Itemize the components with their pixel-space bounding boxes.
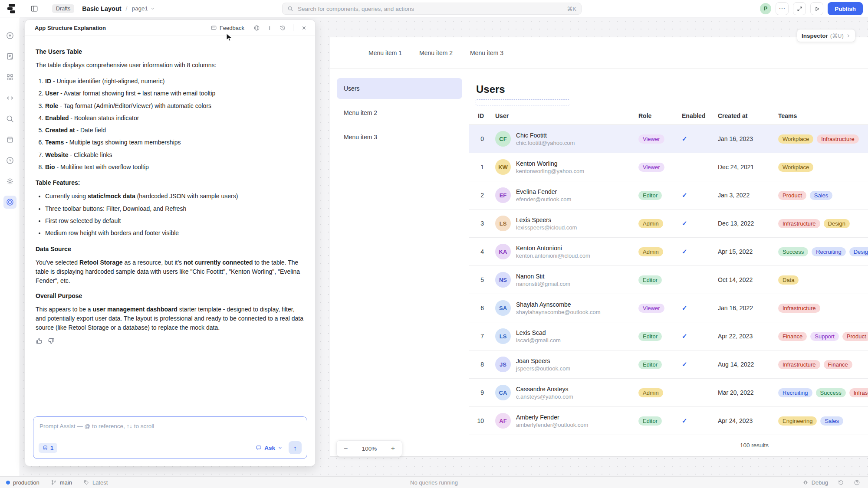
user-name: Lexis Speers — [516, 216, 577, 223]
branch-icon — [51, 479, 57, 485]
user-identity: Nanon Stitnanonstit@gmail.com — [516, 273, 570, 287]
column-header[interactable]: Role — [632, 112, 676, 119]
table-row[interactable]: 10AFAmberly Fenderamberlyfender@outlook.… — [469, 407, 868, 435]
left-icon-rail — [0, 18, 20, 476]
user-name: Kenton Antonioni — [516, 245, 590, 252]
role-tag: Editor — [638, 275, 662, 285]
global-search[interactable]: ⌘K — [282, 3, 582, 15]
components-icon[interactable] — [3, 71, 16, 84]
team-tag: Recruiting — [812, 247, 846, 256]
page-selector[interactable]: page1 — [132, 5, 148, 12]
feedback-button[interactable]: Feedback — [210, 25, 244, 31]
ai-assistant-icon[interactable] — [3, 196, 16, 209]
table-row[interactable]: 5NSNanon Stitnanonstit@gmail.comEditorOc… — [469, 266, 868, 294]
table-row[interactable]: 0CFChic Footittchic.footitt@yahoo.comVie… — [469, 125, 868, 153]
publish-button[interactable]: Publish — [828, 2, 863, 15]
app-title[interactable]: Basic Layout — [82, 5, 121, 12]
user-email: efender@outlook.com — [516, 196, 571, 203]
app-side-menu-item[interactable]: Users — [337, 78, 462, 99]
user-name: Nanon Stit — [516, 273, 570, 280]
column-header[interactable]: ID — [469, 112, 489, 119]
expand-button[interactable] — [793, 2, 806, 15]
drafts-badge[interactable]: Drafts — [52, 4, 74, 13]
web-context-icon[interactable] — [251, 23, 262, 33]
preview-button[interactable] — [810, 2, 823, 15]
user-identity: Amberly Fenderamberlyfender@outlook.com — [516, 414, 588, 428]
panel-toggle-icon[interactable] — [28, 2, 41, 15]
history-button[interactable] — [838, 479, 844, 486]
table-row[interactable]: 6SAShaylah Aynscombeshaylahaynscombe@out… — [469, 294, 868, 322]
pages-icon[interactable] — [3, 50, 16, 63]
branch-selector[interactable]: main — [51, 479, 72, 486]
app-side-menu-item[interactable]: Menu item 2 — [337, 102, 462, 123]
column-header[interactable]: Created at — [712, 112, 776, 119]
context-chip[interactable]: 1 — [39, 443, 57, 453]
inspector-button[interactable]: Inspector (⌘U) — [797, 29, 855, 42]
prompt-input[interactable] — [39, 422, 302, 430]
settings-icon[interactable] — [3, 175, 16, 188]
team-tag: Data — [778, 275, 799, 285]
release-selector[interactable]: Latest — [83, 479, 108, 486]
user-email: lexisspeers@icloud.com — [516, 224, 577, 231]
table-row[interactable]: 7LSLexis Scadlscad@gmail.comEditor✓Apr 2… — [469, 322, 868, 350]
cell-created-at: Apr 15, 2022 — [712, 248, 776, 255]
search-input[interactable] — [297, 5, 567, 13]
retool-logo-icon[interactable] — [6, 3, 16, 14]
close-icon[interactable] — [299, 23, 309, 33]
app-top-menu-item[interactable]: Menu item 2 — [419, 49, 453, 56]
team-tag: Sales — [820, 416, 843, 426]
column-item: Created at - Date field — [45, 126, 305, 134]
table-row[interactable]: 2EFEvelina Fenderefender@outlook.comEdit… — [469, 181, 868, 210]
column-header[interactable]: Teams — [776, 112, 868, 119]
zoom-level[interactable]: 100% — [362, 445, 377, 452]
thumbs-up-icon[interactable] — [36, 337, 43, 344]
feature-item: Medium row height with borders and foote… — [45, 229, 305, 237]
cell-user: NSNanon Stitnanonstit@gmail.com — [489, 272, 632, 288]
app-side-menu-item[interactable]: Menu item 3 — [337, 127, 462, 147]
role-tag: Viewer — [638, 304, 664, 313]
environment-selector[interactable]: production — [6, 479, 39, 486]
results-count: 100 results — [740, 442, 769, 449]
zoom-in-button[interactable]: + — [391, 445, 395, 452]
releases-icon[interactable] — [3, 133, 16, 146]
app-top-menu-item[interactable]: Menu item 3 — [470, 49, 503, 56]
cell-teams: Workplace — [776, 163, 868, 172]
user-identity: Kenton Worlingkentonworling@yahoo.com — [516, 160, 584, 174]
search-shortcut: ⌘K — [567, 6, 576, 12]
search-rail-icon[interactable] — [3, 112, 16, 125]
code-icon[interactable] — [3, 92, 16, 105]
cell-teams: RecruitingSuccessInfrastructure — [776, 388, 868, 397]
prompt-input-box[interactable]: 1 Ask ↑ — [33, 416, 307, 459]
app-side-navigation: UsersMenu item 2Menu item 3 — [330, 69, 469, 456]
new-thread-icon[interactable] — [264, 23, 275, 33]
cell-user: SAShaylah Aynscombeshaylahaynscombe@outl… — [489, 300, 632, 316]
cell-user: CACassandre Ansteysc.ansteys@yahoo.com — [489, 385, 632, 400]
add-component-icon[interactable] — [3, 29, 16, 42]
zoom-out-button[interactable]: − — [344, 445, 348, 452]
users-table-body: 0CFChic Footittchic.footitt@yahoo.comVie… — [469, 125, 868, 435]
send-prompt-button[interactable]: ↑ — [289, 441, 302, 454]
thumbs-down-icon[interactable] — [48, 337, 55, 344]
thread-history-icon[interactable] — [277, 23, 288, 33]
ask-mode-button[interactable]: Ask — [256, 445, 283, 451]
app-top-menu-item[interactable]: Menu item 1 — [368, 49, 402, 56]
table-row[interactable]: 1KWKenton Worlingkentonworling@yahoo.com… — [469, 153, 868, 181]
column-header[interactable]: Enabled — [676, 112, 712, 119]
table-row[interactable]: 3LSLexis Speerslexisspeers@icloud.comAdm… — [469, 210, 868, 238]
ai-assistant-panel: App Structure Explanation Feedback — [25, 20, 316, 466]
table-row[interactable]: 9CACassandre Ansteysc.ansteys@yahoo.comA… — [469, 379, 868, 407]
zoom-control: − 100% + — [336, 440, 402, 457]
table-row[interactable]: 8JSJoan Speersjspeers@outlook.comEditor✓… — [469, 350, 868, 379]
column-header[interactable]: User — [489, 112, 632, 119]
chevron-down-icon[interactable] — [150, 6, 155, 11]
team-tag: Infrastructure — [817, 134, 859, 144]
user-email: kentonworling@yahoo.com — [516, 168, 584, 174]
user-avatar[interactable]: P — [760, 3, 771, 14]
more-options-button[interactable]: ⋯ — [776, 2, 789, 15]
team-tag: Infrastructure — [849, 388, 868, 397]
cell-created-at: Jan 3, 2022 — [712, 192, 776, 199]
help-button[interactable] — [854, 479, 860, 486]
debug-button[interactable]: Debug — [802, 479, 828, 486]
history-rail-icon[interactable] — [3, 154, 16, 167]
table-row[interactable]: 4KAKenton Antonionikenton.antonioni@iclo… — [469, 238, 868, 266]
